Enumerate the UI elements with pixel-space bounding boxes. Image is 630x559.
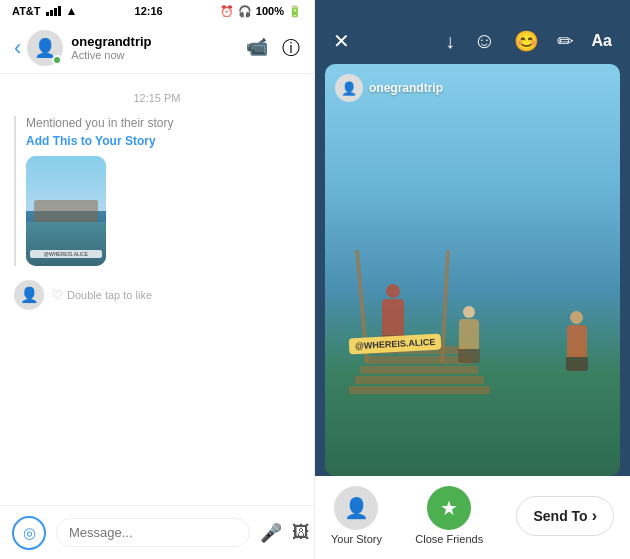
story-username: onegrandtrip [369,81,443,95]
time-label: 12:16 [135,5,163,17]
emoji-add-icon[interactable]: ☺ [473,28,495,54]
wifi-icon: ▲ [66,4,78,18]
contact-avatar-wrap: 👤 [27,30,63,66]
dock-step-2 [355,376,485,384]
your-story-label: Your Story [331,533,382,545]
battery-icon: 🔋 [288,5,302,18]
contact-status: Active now [71,49,246,61]
message-timestamp: 12:15 PM [14,92,300,104]
send-chevron-icon: › [592,507,597,525]
close-friends-icon: ★ [427,486,471,530]
story-top-bar: ✕ ↓ ☺ 😊 ✏ Aa [315,0,630,64]
story-user-tag: 👤 onegrandtrip [335,74,443,102]
send-to-button[interactable]: Send To › [516,496,614,536]
status-bar: AT&T ▲ 12:16 ⏰ 🎧 100% 🔋 [0,0,314,22]
info-icon[interactable]: ⓘ [282,36,300,60]
header-icons: 📹 ⓘ [246,36,300,60]
chat-header: ‹ 👤 onegrandtrip Active now 📹 ⓘ [0,22,314,74]
receiver-row: 👤 ♡ Double tap to like [14,280,300,310]
status-right: ⏰ 🎧 100% 🔋 [220,5,302,18]
receiver-person-icon: 👤 [20,286,39,304]
mic-icon[interactable]: 🎤 [260,522,282,544]
text-icon[interactable]: Aa [592,32,612,50]
contact-name: onegrandtrip [71,34,246,49]
story-user-avatar: 👤 [335,74,363,102]
camera-icon: ◎ [23,524,36,542]
star-icon: ★ [440,496,458,520]
close-friends-option[interactable]: ★ Close Friends [415,486,483,545]
battery-label: 100% [256,5,284,17]
person-silhouette-3 [563,311,591,369]
right-panel: ✕ ↓ ☺ 😊 ✏ Aa 👤 onegrandtrip [315,0,630,559]
story-bottom-bar: 👤 Your Story ★ Close Friends Send To › [315,476,630,559]
story-preview-thumbnail[interactable]: @WHEREIS.ALICE [26,156,106,266]
video-call-icon[interactable]: 📹 [246,36,268,60]
draw-icon[interactable]: ✏ [557,29,574,53]
preview-label: @WHEREIS.ALICE [30,250,102,258]
dock-step-1 [349,386,491,394]
mention-sticker-label: @WHEREIS.ALICE [354,337,435,351]
story-content: 👤 onegrandtrip @WHEREIS.ALICE [325,64,620,476]
close-icon[interactable]: ✕ [333,29,350,53]
story-avatar-person-icon: 👤 [341,81,357,96]
gallery-icon[interactable]: 🖼 [292,522,310,544]
close-friends-label: Close Friends [415,533,483,545]
active-dot [52,55,62,65]
chat-input-bar: ◎ 🎤 🖼 ⊕ [0,505,314,559]
status-left: AT&T ▲ [12,4,77,18]
add-story-link[interactable]: Add This to Your Story [26,134,300,148]
mention-text: Mentioned you in their story [26,116,300,130]
preview-water [26,222,106,266]
mention-box: Mentioned you in their story Add This to… [14,116,300,266]
contact-info: onegrandtrip Active now [71,34,246,61]
signal-bar-3 [54,8,57,16]
signal-bar-4 [58,6,61,16]
back-button[interactable]: ‹ [14,35,21,61]
sticker-icon[interactable]: 😊 [514,29,539,53]
camera-button[interactable]: ◎ [12,516,46,550]
left-panel: AT&T ▲ 12:16 ⏰ 🎧 100% 🔋 ‹ 👤 onegra [0,0,315,559]
your-story-icon: 👤 [334,486,378,530]
signal-bars [46,6,61,16]
your-story-avatar-icon: 👤 [344,496,369,520]
send-to-label: Send To [533,508,587,524]
dock-step-3 [360,366,478,374]
your-story-option[interactable]: 👤 Your Story [331,486,382,545]
double-tap-hint: ♡ Double tap to like [52,288,152,302]
person-silhouette-2 [455,306,483,361]
carrier-label: AT&T [12,5,41,17]
story-top-icons-right: ↓ ☺ 😊 ✏ Aa [445,28,612,54]
signal-bar-1 [46,12,49,16]
download-icon[interactable]: ↓ [445,30,455,53]
story-preview-inner: @WHEREIS.ALICE [26,156,106,266]
double-tap-label: Double tap to like [67,289,152,301]
signal-bar-2 [50,10,53,16]
receiver-avatar: 👤 [14,280,44,310]
heart-icon: ♡ [52,288,63,302]
message-input[interactable] [56,518,250,547]
headphone-icon: 🎧 [238,5,252,18]
alarm-icon: ⏰ [220,5,234,18]
chat-body: 12:15 PM Mentioned you in their story Ad… [0,74,314,505]
